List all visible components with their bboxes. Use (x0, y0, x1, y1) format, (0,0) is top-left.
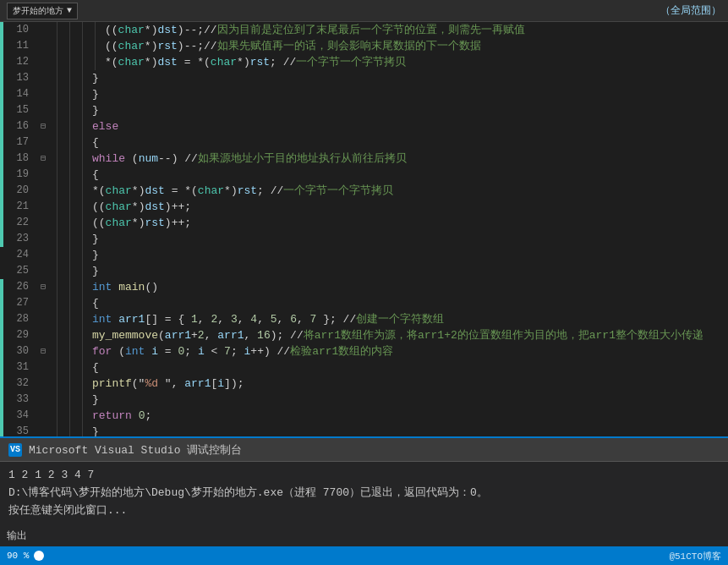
table-row: 21 ((char*)dst)++; (0, 199, 728, 215)
indent-guides (51, 424, 89, 436)
table-row: 31 { (0, 359, 728, 376)
indent-guides (51, 279, 89, 295)
code-token: 因为目前是定位到了末尾最后一个字节的位置，则需先一再赋值 (217, 24, 525, 36)
code-token: 创建一个字符数组 (356, 313, 444, 326)
indent-guides (51, 102, 89, 118)
code-token: *( (184, 184, 198, 197)
code-token: )--;// (178, 40, 217, 52)
indent-guides (51, 295, 89, 311)
code-token: ; (184, 345, 198, 358)
indent-guide-line (69, 54, 70, 70)
fold-gutter (36, 102, 51, 118)
line-number: 34 (3, 408, 36, 424)
fold-gutter (36, 408, 51, 424)
code-token: (( (105, 40, 118, 52)
fold-indicator[interactable]: ⊟ (41, 348, 46, 356)
indent-guide-line (57, 343, 57, 359)
indent-guide-line (82, 215, 83, 231)
code-token: ; // (257, 184, 283, 197)
code-token: --) // (158, 152, 198, 165)
indent-guide-line (57, 359, 57, 376)
code-token: (( (92, 200, 106, 213)
code-content: printf("%d ", arr1[i]); (89, 376, 728, 392)
indent-guide-line (69, 167, 70, 183)
file-dropdown[interactable]: 梦开始的地方 ▼ (7, 3, 78, 19)
debug-panel: VS Microsoft Visual Studio 调试控制台 1 2 1 2… (0, 436, 728, 565)
indent-guide-line (57, 86, 57, 102)
code-token: { (92, 297, 99, 310)
indent-guide-line (82, 102, 83, 118)
code-content: my_memmove(arr1+2, arr1, 16); //将arr1数组作… (89, 327, 728, 343)
table-row: 30⊟ for (int i = 0; i < 7; i++) //检验arr1… (0, 343, 728, 359)
fold-gutter: ⊟ (36, 151, 51, 167)
code-token: for (92, 345, 112, 358)
indent-guide-line (82, 86, 83, 102)
code-content: { (89, 167, 728, 183)
indent-guides (51, 183, 89, 199)
table-row: 19 { (0, 167, 728, 183)
indent-guide-line (69, 408, 70, 424)
indent-guide-line (57, 231, 57, 247)
indent-guide-line (82, 376, 83, 392)
code-token: < (205, 345, 224, 358)
indent-guide-line (82, 279, 83, 295)
code-token: , (217, 313, 231, 326)
code-content: ((char*)dst)++; (89, 199, 728, 215)
fold-gutter (36, 392, 51, 408)
indent-guide-line (57, 392, 57, 408)
code-token: rst (157, 40, 177, 52)
fold-gutter (36, 231, 51, 247)
code-token: } (92, 393, 99, 406)
debug-output: 1 2 1 2 3 4 7 D:\博客代码\梦开始的地方\Debug\梦开始的地… (0, 462, 728, 524)
code-token: else (92, 120, 118, 133)
indent-guide-line (57, 327, 57, 343)
indent-guide-line (57, 199, 57, 215)
indent-guide-line (69, 327, 70, 343)
table-row: 25} (0, 263, 728, 279)
code-token: printf (92, 377, 132, 390)
code-token: char (118, 24, 145, 36)
code-content: { (89, 295, 728, 311)
table-row: 34 return 0; (0, 408, 728, 424)
line-number: 25 (3, 263, 36, 279)
code-token: , (198, 313, 211, 326)
indent-guide-line (82, 327, 83, 343)
indent-guide-line (82, 424, 83, 436)
indent-guide-line (82, 167, 83, 183)
zoom-icon (34, 551, 44, 561)
code-token: *( (197, 56, 211, 69)
watermark: @51CTO博客 (669, 550, 721, 562)
fold-gutter: ⊟ (36, 279, 51, 295)
indent-guide-line (69, 38, 70, 54)
indent-guide-line (82, 408, 83, 424)
line-number: 17 (3, 134, 36, 151)
line-number: 24 (3, 247, 36, 263)
code-token: }; // (316, 313, 356, 326)
code-token: ); // (271, 329, 304, 342)
code-token: char (106, 184, 132, 197)
code-content: } (89, 263, 728, 279)
scope-label: （全局范围） (660, 3, 721, 18)
indent-guide-line (57, 151, 57, 167)
code-token: *) (224, 184, 238, 197)
fold-indicator[interactable]: ⊟ (41, 123, 46, 131)
fold-gutter: ⊟ (36, 118, 51, 134)
code-lines: 10 ((char*)dst)--;//因为目前是定位到了末尾最后一个字节的位置… (0, 22, 728, 436)
table-row: 35} (0, 424, 728, 436)
fold-gutter (36, 424, 51, 436)
indent-guides (51, 86, 89, 102)
debug-title: Microsoft Visual Studio 调试控制台 (29, 442, 242, 458)
code-token: char (118, 40, 145, 52)
indent-guide-line (69, 424, 70, 436)
code-token: ", (165, 377, 184, 390)
code-token: return (92, 409, 132, 422)
code-token: dst (157, 24, 177, 36)
code-token: (" (132, 377, 145, 390)
table-row: 16⊟ else (0, 118, 728, 134)
fold-indicator[interactable]: ⊟ (41, 283, 46, 292)
code-token: 6 (290, 313, 297, 326)
fold-indicator[interactable]: ⊟ (41, 155, 46, 163)
indent-guide-line (69, 86, 70, 102)
code-content: ((char*)dst)--;//因为目前是定位到了末尾最后一个字节的位置，则需… (101, 22, 728, 38)
code-token: ; // (270, 56, 296, 69)
